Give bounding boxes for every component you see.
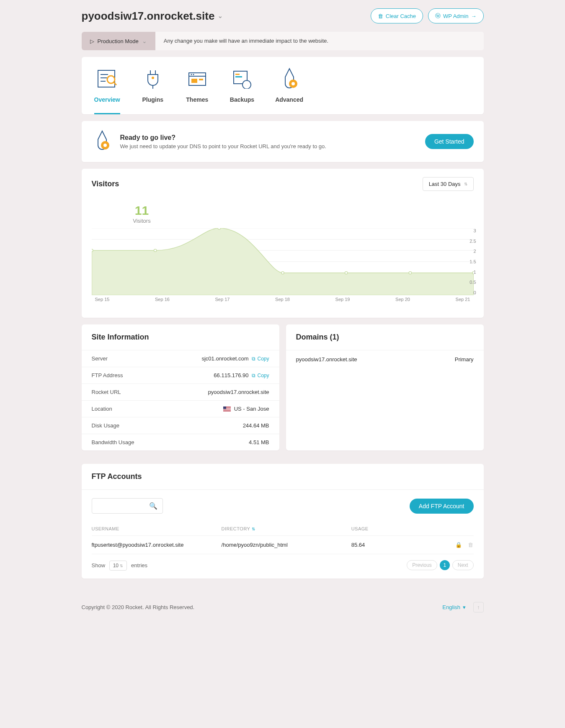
ytick: 0 (470, 290, 476, 295)
advanced-icon (278, 67, 301, 90)
col-usage[interactable]: USAGE (351, 526, 436, 531)
tab-plugins-label: Plugins (142, 96, 163, 103)
svg-rect-15 (199, 79, 203, 80)
tab-backups[interactable]: Backups (230, 67, 254, 114)
entries-label: entries (131, 562, 147, 569)
search-icon: 🔍 (149, 502, 157, 510)
svg-point-30 (92, 249, 93, 252)
col-directory[interactable]: DIRECTORY⇅ (222, 526, 351, 531)
col-username[interactable]: USERNAME (92, 526, 222, 531)
plugins-icon (141, 67, 165, 90)
ytick: 2.5 (470, 239, 476, 244)
site-title[interactable]: pyoodsiw17.onrocket.site ⌄ (82, 10, 223, 23)
rocketurl-label: Rocket URL (92, 389, 121, 395)
svg-rect-0 (98, 70, 115, 87)
wp-admin-label: WP Admin (443, 13, 468, 19)
ytick: 2 (470, 249, 476, 254)
date-range-dropdown[interactable]: Last 30 Days ⇅ (423, 177, 474, 191)
bandwidth-value: 4.51 MB (249, 439, 269, 445)
wp-admin-button[interactable]: ⓦ WP Admin → (428, 8, 483, 23)
clear-cache-button[interactable]: 🗑 Clear Cache (371, 8, 423, 23)
trash-icon: 🗑 (378, 13, 383, 19)
copy-icon: ⧉ (252, 356, 255, 362)
ytick: 3 (470, 228, 476, 233)
svg-point-33 (281, 272, 284, 274)
chevron-down-icon: ⌄ (218, 13, 223, 19)
date-range-label: Last 30 Days (429, 181, 461, 187)
tab-overview[interactable]: Overview (94, 67, 120, 114)
location-label: Location (92, 406, 112, 412)
entries-select[interactable]: 10 ⇅ (109, 561, 127, 571)
ftp-search-input[interactable]: 🔍 (92, 498, 163, 514)
sort-icon: ⇅ (252, 527, 255, 531)
svg-point-9 (152, 77, 154, 79)
svg-point-13 (193, 74, 194, 75)
sort-icon: ⇅ (464, 182, 467, 186)
copyright: Copyright © 2020 Rocket. All Rights Rese… (82, 604, 195, 610)
xtick: Sep 19 (335, 297, 350, 302)
mode-label: Production Mode (98, 38, 139, 44)
visitors-count: 11 (117, 203, 167, 218)
backups-icon (230, 67, 254, 90)
lock-icon[interactable]: 🔒 (455, 542, 462, 548)
ytick: 1 (470, 270, 476, 275)
bandwidth-label: Bandwidth Usage (92, 439, 134, 445)
prev-button[interactable]: Previous (407, 560, 437, 570)
tab-themes[interactable]: Themes (186, 67, 209, 114)
visitors-count-label: Visitors (117, 218, 167, 224)
ftp-username: ftpusertest@pyoodsiw17.onrocket.site (92, 542, 222, 548)
ftp-title: FTP Accounts (92, 472, 474, 481)
xtick: Sep 16 (155, 297, 170, 302)
language-selector[interactable]: English ▾ (442, 604, 466, 610)
xtick: Sep 15 (95, 297, 110, 302)
svg-point-35 (409, 272, 411, 274)
tab-advanced[interactable]: Advanced (275, 67, 303, 114)
domains-title: Domains (1) (296, 333, 474, 342)
server-value: sjc01.onrocket.com (201, 355, 248, 362)
themes-icon (186, 67, 209, 90)
tab-advanced-label: Advanced (275, 96, 303, 103)
svg-point-31 (154, 249, 156, 252)
ftp-directory: /home/pyoo9zn/public_html (222, 542, 351, 548)
scroll-top-button[interactable]: ↑ (473, 602, 484, 612)
disk-label: Disk Usage (92, 422, 119, 429)
xtick: Sep 17 (215, 297, 230, 302)
copy-server-button[interactable]: ⧉Copy (252, 356, 269, 362)
ytick: 1.5 (470, 259, 476, 264)
table-row: ftpusertest@pyoodsiw17.onrocket.site /ho… (92, 536, 474, 554)
play-icon: ▷ (90, 38, 94, 44)
golive-title: Ready to go live? (120, 134, 326, 141)
visitors-chart: 3 2.5 2 1.5 1 0.5 0 Sep 15 Sep 16 Sep 17… (92, 228, 474, 308)
get-started-button[interactable]: Get Started (425, 134, 474, 149)
svg-rect-17 (235, 74, 240, 75)
trash-icon[interactable]: 🗑 (468, 542, 473, 548)
svg-point-34 (345, 272, 347, 274)
svg-point-22 (103, 144, 107, 147)
copy-icon: ⧉ (252, 373, 255, 378)
location-value: US - San Jose (234, 406, 269, 412)
domain-status: Primary (455, 356, 474, 363)
tab-themes-label: Themes (186, 96, 208, 103)
xtick: Sep 20 (395, 297, 410, 302)
svg-point-32 (218, 228, 220, 229)
disk-value: 244.64 MB (243, 422, 269, 429)
show-label: Show (92, 562, 106, 569)
arrow-right-icon: → (471, 13, 477, 19)
rocketurl-value: pyoodsiw17.onrocket.site (208, 389, 269, 395)
server-label: Server (92, 355, 108, 362)
copy-ftp-button[interactable]: ⧉Copy (252, 373, 269, 378)
add-ftp-button[interactable]: Add FTP Account (410, 499, 474, 514)
domain-name: pyoodsiw17.onrocket.site (296, 356, 357, 363)
us-flag-icon (223, 406, 231, 412)
svg-rect-18 (235, 76, 242, 77)
svg-point-12 (191, 74, 192, 75)
tab-plugins[interactable]: Plugins (141, 67, 165, 114)
production-mode-selector[interactable]: ▷ Production Mode ⌄ (82, 32, 155, 50)
overview-icon (95, 67, 119, 90)
page-number[interactable]: 1 (440, 560, 450, 570)
xtick: Sep 21 (456, 297, 470, 302)
next-button[interactable]: Next (452, 560, 474, 570)
ftp-label: FTP Address (92, 372, 123, 378)
siteinfo-title: Site Information (92, 333, 269, 342)
ftp-usage: 85.64 (351, 542, 436, 548)
